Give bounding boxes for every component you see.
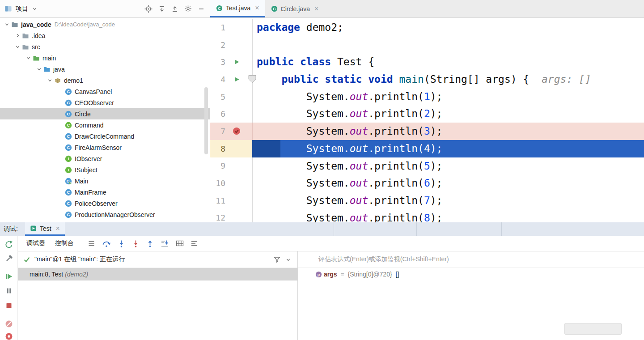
variable-row[interactable]: p args = {String[0]@720} [] [298,268,644,280]
tree-item-PoliceObserver[interactable]: CPoliceObserver [0,198,210,209]
code-text[interactable]: System.out.println(6); [253,174,644,192]
view-table-icon[interactable] [176,240,184,247]
stop-icon[interactable] [5,302,13,309]
gutter-cell[interactable]: 4 [210,71,253,88]
code-text[interactable]: System.out.println(2); [253,105,644,123]
tree-item-Main[interactable]: CMain [0,175,210,187]
force-step-into-icon[interactable] [132,240,140,247]
rerun-icon[interactable] [4,240,13,249]
project-title[interactable]: 项目 [16,5,28,13]
chevron-down-icon[interactable] [35,66,43,72]
tab-label: Circle.java [281,5,310,13]
svg-text:C: C [67,89,70,94]
gutter-icon-slot [230,76,243,82]
tree-item-FireAlarmSensor[interactable]: CFireAlarmSensor [0,142,210,153]
gutter-cell[interactable]: 9 [210,157,253,175]
tree-scrollbar-thumb[interactable] [204,87,208,154]
editor-tab-Circle.java[interactable]: CCircle.java× [265,0,325,17]
code-text[interactable]: System.out.println(7); [253,192,644,209]
debug-tab-调试器[interactable]: 调试器 [21,236,50,251]
close-tab-icon[interactable]: × [255,4,259,12]
expand-all-icon[interactable] [158,5,165,13]
tree-item-main[interactable]: main [0,52,210,64]
breakpoint-icon[interactable] [233,127,241,135]
code-text[interactable]: System.out.println(1); [253,88,644,106]
tree-item-Command[interactable]: CCommand [0,119,210,131]
code-text[interactable]: System.out.println(3); [253,123,644,140]
code-text[interactable]: System.out.println(8); [253,209,644,222]
svg-text:C: C [67,190,70,195]
gutter-cell[interactable]: 5 [210,88,253,106]
code-token: public class [257,56,337,68]
run-to-cursor-icon[interactable] [161,240,169,247]
breakpoints-icon[interactable] [5,332,13,340]
chevron-down-icon[interactable] [46,77,54,83]
tree-item-ISubject[interactable]: IISubject [0,164,210,175]
project-tool-window-icon[interactable] [4,5,12,13]
resume-icon[interactable] [5,272,13,280]
code-text[interactable]: package demo2; [253,19,644,36]
pause-icon[interactable] [5,287,13,294]
gutter-cell[interactable]: 8 [210,140,253,157]
close-tab-icon[interactable]: × [314,5,318,13]
gutter-cell[interactable]: 3 [210,53,253,71]
threads-icon[interactable] [191,240,199,247]
tree-item-CEOObserver[interactable]: CCEOObserver [0,97,210,108]
debug-session-tab[interactable]: Test × [25,222,65,236]
step-out-icon[interactable] [146,240,154,247]
chevron-right-icon[interactable] [13,33,21,38]
step-into-icon[interactable] [118,240,125,247]
chevron-down-icon[interactable] [13,44,21,50]
code-text[interactable]: System.out.println(4); [253,140,644,157]
locate-icon[interactable] [144,5,153,13]
tree-item-Circle[interactable]: CCircle [0,108,210,119]
tree-item-MainFrame[interactable]: CMainFrame [0,187,210,198]
frame-row[interactable]: main:8, Test (demo2) [18,268,297,280]
gutter-cell[interactable]: 1 [210,19,253,36]
settings-gear-icon[interactable] [184,5,192,13]
watch-input[interactable]: 评估表达式(Enter)或添加监视(Ctrl+Shift+Enter) [298,251,644,268]
tree-item-.idea[interactable]: .idea [0,30,210,41]
code-text[interactable]: public static void main(String[] args) {… [253,71,644,88]
gutter-cell[interactable]: 12 [210,209,253,222]
debug-tab-控制台[interactable]: 控制台 [50,236,79,251]
chevron-down-icon[interactable] [24,55,32,61]
tree-item-java_code[interactable]: java_codeD:\ideaCode\java_code [0,19,210,30]
class-file-icon: C [271,5,278,12]
code-text[interactable]: System.out.println(5); [253,157,644,175]
chevron-down-icon[interactable] [32,6,38,12]
gutter-cell[interactable]: 7 [210,123,253,140]
svg-text:C: C [218,6,221,10]
collapse-all-icon[interactable] [171,5,178,13]
tree-item-IObserver[interactable]: IIObserver [0,153,210,164]
code-text[interactable] [253,36,644,54]
class-icon: C [64,189,72,196]
mute-breakpoints-icon[interactable] [5,320,13,328]
code-text[interactable]: public class Test { [253,53,644,71]
gutter-cell[interactable]: 6 [210,105,253,123]
chevron-down-icon[interactable] [285,257,291,263]
close-session-icon[interactable]: × [56,225,60,232]
tree-item-DrawCircleCommand[interactable]: CDrawCircleCommand [0,131,210,142]
build-icon[interactable] [5,255,13,263]
gutter-cell[interactable]: 10 [210,174,253,192]
code-token: out [350,108,369,119]
tree-item-demo1[interactable]: demo1 [0,75,210,86]
gutter-cell[interactable]: 2 [210,36,253,54]
filter-icon[interactable] [273,256,281,263]
project-toolbar-actions [144,5,206,13]
layout-icon[interactable] [88,240,95,247]
tree-item-ProductionManagerObserver[interactable]: CProductionManagerObserver [0,209,210,220]
tree-item-src[interactable]: src [0,41,210,52]
step-over-icon[interactable] [102,240,111,247]
editor-tab-Test.java[interactable]: CTest.java× [210,0,265,17]
tree-item-CanvasPanel[interactable]: CCanvasPanel [0,86,210,97]
tree-item-java[interactable]: java [0,64,210,75]
project-tree: java_codeD:\ideaCode\java_code.ideasrcma… [0,18,210,222]
gutter-cell[interactable]: 11 [210,192,253,209]
run-line-icon[interactable] [234,76,240,82]
hide-icon[interactable] [198,5,205,13]
chevron-down-icon[interactable] [3,21,11,27]
run-line-icon[interactable] [234,59,240,65]
code-editor[interactable]: 1package demo2;23public class Test {4 pu… [210,18,644,222]
